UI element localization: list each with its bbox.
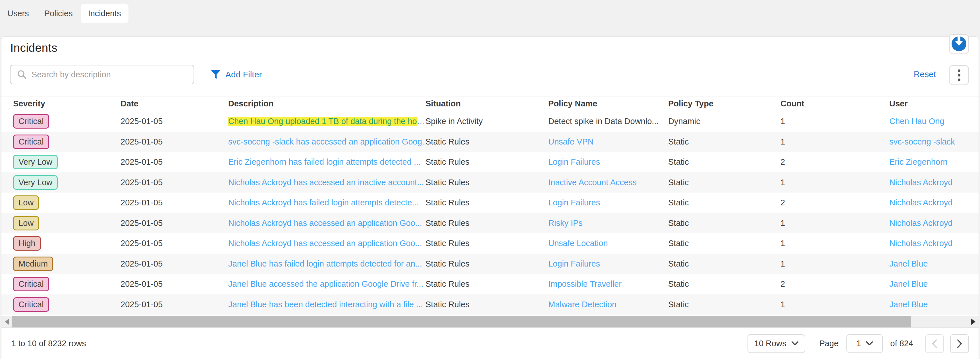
search-box[interactable] — [10, 65, 194, 84]
policy-type-cell: Static — [668, 157, 781, 167]
situation-cell: Static Rules — [425, 259, 548, 268]
description-link[interactable]: Janel Blue has failed login attempts det… — [228, 259, 422, 268]
scrollbar-thumb[interactable] — [12, 316, 911, 327]
count-cell: 1 — [781, 239, 889, 248]
user-link[interactable]: Janel Blue — [889, 259, 928, 268]
date-cell: 2025-01-05 — [121, 157, 228, 167]
tab-policies[interactable]: Policies — [37, 4, 80, 23]
more-options-button[interactable] — [949, 65, 969, 85]
rows-per-page-value: 10 Rows — [754, 339, 786, 348]
scroll-right-button[interactable] — [968, 316, 978, 327]
policy-type-cell: Static — [668, 178, 781, 187]
description-cell: Nicholas Ackroyd has accessed an applica… — [228, 219, 425, 228]
user-cell: Eric Ziegenhorn — [889, 157, 978, 167]
description-link[interactable]: svc-soceng -slack has accessed an applic… — [228, 137, 425, 146]
user-link[interactable]: Chen Hau Ong — [889, 116, 944, 126]
column-header-policy-name[interactable]: Policy Name — [548, 99, 668, 108]
kebab-menu-icon — [958, 69, 960, 81]
search-input[interactable] — [32, 70, 194, 79]
user-cell: Janel Blue — [889, 279, 978, 289]
user-link[interactable]: svc-soceng -slack — [889, 137, 955, 146]
description-cell: Janel Blue has failed login attempts det… — [228, 259, 425, 268]
tab-incidents[interactable]: Incidents — [81, 4, 129, 23]
column-header-situation[interactable]: Situation — [425, 99, 548, 108]
column-header-user[interactable]: User — [889, 99, 978, 108]
policy-name-link[interactable]: Impossible Traveller — [548, 279, 622, 289]
policy-type-cell: Static — [668, 239, 781, 248]
column-header-date[interactable]: Date — [121, 99, 228, 108]
table-row: Critical 2025-01-05 Janel Blue has been … — [2, 294, 978, 315]
policy-name-link[interactable]: Inactive Account Access — [548, 178, 637, 187]
policy-name-link[interactable]: Login Failures — [548, 198, 600, 207]
user-cell: Janel Blue — [889, 300, 978, 309]
description-cell: svc-soceng -slack has accessed an applic… — [228, 137, 425, 147]
policy-name-cell: Login Failures — [548, 259, 668, 268]
user-link[interactable]: Nicholas Ackroyd — [889, 178, 953, 187]
download-button[interactable] — [949, 34, 969, 54]
user-cell: Nicholas Ackroyd — [889, 219, 978, 228]
severity-cell: Very Low — [2, 175, 121, 190]
page-label: Page — [819, 339, 839, 348]
policy-type-cell: Dynamic — [668, 116, 781, 126]
page-number-select[interactable]: 1 — [846, 334, 883, 353]
count-cell: 1 — [781, 300, 889, 309]
date-cell: 2025-01-05 — [121, 279, 228, 289]
policy-name-link[interactable]: Risky IPs — [548, 219, 583, 228]
scroll-left-button[interactable] — [2, 316, 12, 327]
page-number-value: 1 — [856, 339, 861, 348]
user-link[interactable]: Nicholas Ackroyd — [889, 239, 953, 248]
user-link[interactable]: Janel Blue — [889, 300, 928, 309]
severity-badge: Critical — [13, 114, 49, 129]
policy-name-link[interactable]: Unsafe VPN — [548, 137, 594, 146]
description-link[interactable]: Janel Blue has been detected interacting… — [228, 300, 423, 309]
policy-type-cell: Static — [668, 198, 781, 207]
severity-badge: Medium — [13, 257, 53, 271]
top-tab-bar: Users Policies Incidents — [0, 0, 980, 37]
table-row: Very Low 2025-01-05 Nicholas Ackroyd has… — [2, 172, 978, 193]
table-row: Medium 2025-01-05 Janel Blue has failed … — [2, 254, 978, 274]
description-link[interactable]: Nicholas Ackroyd has accessed an applica… — [228, 219, 422, 228]
policy-name-cell: Malware Detection — [548, 300, 668, 309]
severity-badge: Critical — [13, 277, 49, 291]
column-header-policy-type[interactable]: Policy Type — [668, 99, 781, 108]
policy-name-link[interactable]: Unsafe Location — [548, 239, 608, 248]
user-link[interactable]: Eric Ziegenhorn — [889, 157, 948, 166]
description-link[interactable]: Chen Hau Ong uploaded 1 TB of data durin… — [228, 116, 424, 126]
reset-link[interactable]: Reset — [914, 69, 936, 79]
user-link[interactable]: Nicholas Ackroyd — [889, 219, 953, 228]
table-body: Critical 2025-01-05 Chen Hau Ong uploade… — [2, 111, 978, 314]
add-filter-button[interactable]: Add Filter — [211, 70, 262, 79]
policy-type-cell: Static — [668, 259, 781, 268]
column-header-severity[interactable]: Severity — [2, 99, 121, 108]
description-cell: Nicholas Ackroyd has failed login attemp… — [228, 198, 425, 207]
chevron-left-icon — [932, 339, 937, 348]
description-link[interactable]: Eric Ziegenhorn has failed login attempt… — [228, 157, 421, 166]
column-header-count[interactable]: Count — [781, 99, 889, 108]
description-link[interactable]: Nicholas Ackroyd has failed login attemp… — [228, 198, 419, 207]
severity-cell: Very Low — [2, 155, 121, 169]
previous-page-button[interactable] — [925, 334, 944, 353]
severity-badge: High — [13, 236, 41, 251]
situation-cell: Static Rules — [425, 198, 548, 207]
policy-name-link[interactable]: Login Failures — [548, 259, 600, 268]
severity-badge: Critical — [13, 297, 49, 312]
filter-funnel-icon — [211, 70, 221, 79]
policy-name-link[interactable]: Malware Detection — [548, 300, 616, 309]
column-header-description[interactable]: Description — [228, 99, 425, 108]
next-page-button[interactable] — [950, 334, 969, 353]
table-row: Low 2025-01-05 Nicholas Ackroyd has fail… — [2, 193, 978, 213]
tab-users[interactable]: Users — [0, 4, 37, 23]
situation-cell: Static Rules — [425, 137, 548, 147]
user-link[interactable]: Janel Blue — [889, 279, 928, 289]
description-link[interactable]: Nicholas Ackroyd has accessed an applica… — [228, 239, 422, 248]
description-link[interactable]: Nicholas Ackroyd has accessed an inactiv… — [228, 178, 424, 187]
user-link[interactable]: Nicholas Ackroyd — [889, 198, 953, 207]
rows-per-page-select[interactable]: 10 Rows — [748, 334, 805, 353]
horizontal-scrollbar[interactable] — [2, 316, 978, 327]
severity-badge: Very Low — [13, 175, 58, 190]
policy-name-link[interactable]: Login Failures — [548, 157, 600, 166]
description-link[interactable]: Janel Blue accessed the application Goog… — [228, 279, 423, 289]
policy-name-cell: Unsafe VPN — [548, 137, 668, 147]
policy-name-cell: Unsafe Location — [548, 239, 668, 248]
user-cell: Nicholas Ackroyd — [889, 198, 978, 207]
